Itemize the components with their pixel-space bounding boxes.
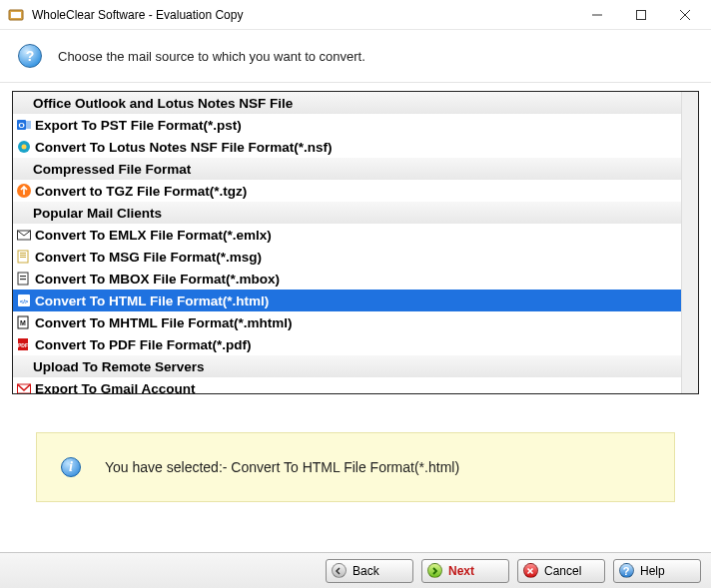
svg-rect-19 [20,279,26,280]
help-icon: ? [618,563,634,579]
outlook-icon: O [16,117,32,133]
svg-rect-18 [20,276,26,277]
footer: Back Next Cancel ? Help [0,552,711,588]
svg-point-10 [22,145,27,150]
list-item-label: Convert to TGZ File Format(*.tgz) [35,184,247,199]
list-item-label: Convert To MBOX File Format(*.mbox) [35,272,280,287]
list-item[interactable]: PDFConvert To PDF File Format(*.pdf) [13,333,681,355]
svg-text:</>: </> [20,298,29,304]
html-icon: </> [16,293,32,308]
list-header: Office Outlook and Lotus Notes NSF File [13,92,681,114]
next-icon [426,563,442,579]
list-item-label: Convert To MSG File Format(*.msg) [35,250,262,265]
titlebar: WholeClear Software - Evaluation Copy [0,0,711,30]
back-button[interactable]: Back [326,559,413,583]
mhtml-icon: M [16,314,32,330]
svg-text:O: O [18,121,24,130]
list-item[interactable]: Convert To MBOX File Format(*.mbox) [13,268,681,290]
help-label: Help [640,564,665,578]
list-item[interactable]: Export To Gmail Account [13,377,681,393]
next-button[interactable]: Next [421,559,509,583]
question-icon: ? [18,44,42,68]
svg-rect-8 [26,121,31,129]
minimize-button[interactable] [575,1,619,29]
list-header: Compressed File Format [13,158,681,180]
next-label: Next [448,564,474,578]
svg-text:PDF: PDF [18,342,28,348]
svg-rect-15 [20,255,26,256]
back-icon [331,563,347,579]
msg-icon [16,249,32,265]
info-icon: i [61,457,81,477]
svg-rect-1 [11,12,21,18]
cancel-label: Cancel [544,564,581,578]
list-header: Upload To Remote Servers [13,355,681,377]
pdf-icon: PDF [16,336,32,352]
list-item[interactable]: Convert to TGZ File Format(*.tgz) [13,180,681,202]
instruction-text: Choose the mail source to which you want… [58,49,365,64]
list-item-label: Convert To Lotus Notes NSF File Format(*… [35,140,333,155]
tgz-icon [16,183,32,199]
lotus-notes-icon [16,139,32,155]
help-button[interactable]: ? Help [613,559,701,583]
list-item[interactable]: MConvert To MHTML File Format(*.mhtml) [13,311,681,333]
svg-rect-14 [20,253,26,254]
list-item-label: Convert To EMLX File Format(*.emlx) [35,228,272,243]
window-title: WholeClear Software - Evaluation Copy [32,8,575,22]
list-item-label: Convert To PDF File Format(*.pdf) [35,337,252,352]
format-list[interactable]: Office Outlook and Lotus Notes NSF FileO… [13,92,681,393]
back-label: Back [353,564,379,578]
list-item-label: Export To Gmail Account [35,381,196,394]
format-list-container: Office Outlook and Lotus Notes NSF FileO… [12,91,699,394]
emlx-icon [16,227,32,243]
close-button[interactable] [663,1,707,29]
list-item-label: Export To PST File Format(*.pst) [35,118,242,133]
separator [0,82,711,83]
list-item-label: Convert To MHTML File Format(*.mhtml) [35,315,293,330]
app-icon [8,7,24,23]
list-item[interactable]: Convert To MSG File Format(*.msg) [13,246,681,268]
list-item[interactable]: </>Convert To HTML File Format(*.html) [13,290,681,311]
list-item[interactable]: Convert To EMLX File Format(*.emlx) [13,224,681,246]
scrollbar[interactable] [681,92,698,393]
window-controls [575,1,707,29]
list-item[interactable]: Convert To Lotus Notes NSF File Format(*… [13,136,681,158]
status-panel: i You have selected:- Convert To HTML Fi… [36,432,675,502]
status-text: You have selected:- Convert To HTML File… [105,459,459,475]
svg-rect-3 [637,10,646,19]
instruction-bar: ? Choose the mail source to which you wa… [0,30,711,82]
mbox-icon [16,271,32,287]
list-item-label: Convert To HTML File Format(*.html) [35,294,269,308]
svg-rect-16 [20,257,26,258]
list-item[interactable]: OExport To PST File Format(*.pst) [13,114,681,136]
maximize-button[interactable] [619,1,663,29]
svg-text:M: M [20,319,26,326]
gmail-icon [16,380,32,393]
list-header: Popular Mail Clients [13,202,681,224]
cancel-button[interactable]: Cancel [517,559,605,583]
cancel-icon [522,563,538,579]
